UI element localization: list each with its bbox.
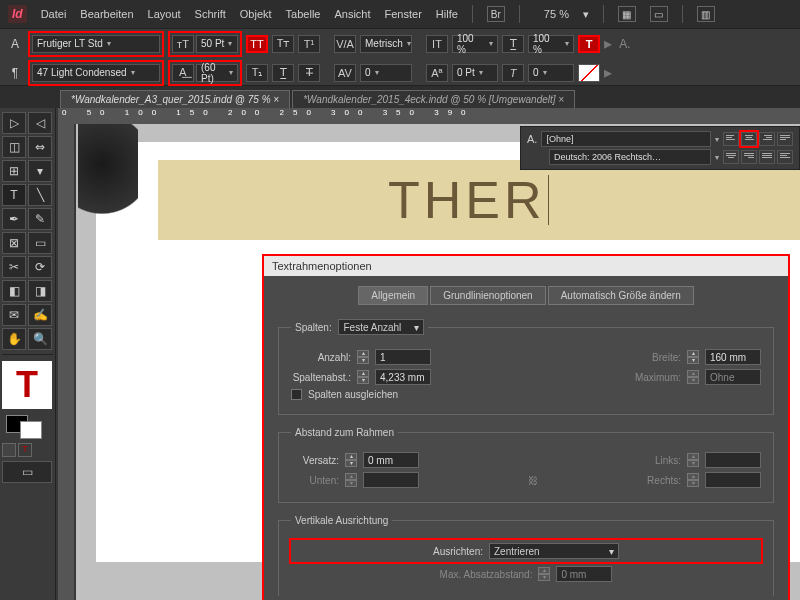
apply-type-icon[interactable]: T	[18, 443, 32, 457]
inset-bottom-label: Unten:	[291, 475, 339, 486]
eyedrop-tool[interactable]: ✍	[28, 304, 52, 326]
font-weight-select[interactable]: 47 Light Condensed	[32, 64, 160, 82]
max-stepper: ▴▾	[687, 370, 699, 384]
count-label: Anzahl:	[291, 352, 351, 363]
dialog-tab-general[interactable]: Allgemein	[358, 286, 428, 305]
doc-tab-1[interactable]: *Wandkalender_A3_quer_2015.indd @ 75 % ×	[60, 90, 290, 108]
baseline[interactable]: 0 Pt	[452, 64, 498, 82]
swatch-preview[interactable]	[2, 415, 52, 439]
type-tool-active-icon[interactable]: T	[578, 35, 600, 53]
text-frame-options-dialog: Textrahmenoptionen Allgemein Grundlinien…	[262, 254, 790, 600]
pen-tool[interactable]: ✒	[2, 208, 26, 230]
inset-top-input[interactable]	[363, 452, 419, 468]
pencil-tool[interactable]: ✎	[28, 208, 52, 230]
gradient-feather-tool[interactable]: ◨	[28, 280, 52, 302]
dropdown-icon[interactable]: ▾	[28, 160, 52, 182]
language-select[interactable]: Deutsch: 2006 Rechtsch…	[549, 149, 711, 165]
frame-tool[interactable]: ⊠	[2, 232, 26, 254]
note-tool[interactable]: ✉	[2, 304, 26, 326]
dialog-tab-autosize[interactable]: Automatisch Größe ändern	[548, 286, 694, 305]
bridge-icon[interactable]: Br	[487, 6, 505, 22]
strikethrough-button[interactable]: T̶	[298, 64, 320, 82]
justify-all-icon[interactable]	[759, 150, 775, 164]
vscale[interactable]: 100 %	[528, 35, 574, 53]
vertical-align-fieldset: Vertikale Ausrichtung Ausrichten: Zentri…	[278, 515, 774, 596]
fill-stroke-preview[interactable]: T	[2, 361, 52, 409]
text-frame[interactable]: THER	[158, 160, 800, 240]
hand-tool[interactable]: ✋	[2, 328, 26, 350]
screen-mode-icon[interactable]: ▭	[650, 6, 668, 22]
menu-edit[interactable]: Bearbeiten	[80, 8, 133, 20]
close-icon[interactable]: ×	[558, 94, 564, 105]
page-tool[interactable]: ◫	[2, 136, 26, 158]
font-size[interactable]: 50 Pt	[196, 35, 238, 53]
leading[interactable]: (60 Pt)	[196, 64, 238, 82]
subscript-button[interactable]: T₁	[246, 64, 268, 82]
width-stepper[interactable]: ▴▾	[687, 350, 699, 364]
gradient-tool[interactable]: ◧	[2, 280, 26, 302]
menu-object[interactable]: Objekt	[240, 8, 272, 20]
align-center-icon[interactable]	[741, 132, 757, 146]
underline-button[interactable]: T̲	[272, 64, 294, 82]
menu-table[interactable]: Tabelle	[286, 8, 321, 20]
justify-last-center-icon[interactable]	[723, 150, 739, 164]
menu-layout[interactable]: Layout	[148, 8, 181, 20]
zoom-tool[interactable]: 🔍	[28, 328, 52, 350]
gutter-stepper[interactable]: ▴▾	[357, 370, 369, 384]
direct-select-tool[interactable]: ◁	[28, 112, 52, 134]
count-stepper[interactable]: ▴▾	[357, 350, 369, 364]
small-caps-button[interactable]: Tᴛ	[272, 35, 294, 53]
count-input[interactable]	[375, 349, 431, 365]
close-icon[interactable]: ×	[273, 94, 279, 105]
line-tool[interactable]: ╲	[28, 184, 52, 206]
char-mode-icon[interactable]: A	[6, 37, 24, 51]
align-select[interactable]: Zentrieren▾	[489, 543, 619, 559]
columns-type-select[interactable]: Feste Anzahl▾	[338, 319, 424, 335]
dialog-tab-baseline[interactable]: Grundlinienoptionen	[430, 286, 546, 305]
menu-help[interactable]: Hilfe	[436, 8, 458, 20]
transform-tool[interactable]: ⟳	[28, 256, 52, 278]
link-icon[interactable]: ⛓	[425, 475, 641, 486]
menu-file[interactable]: Datei	[41, 8, 67, 20]
apply-color-icon[interactable]	[2, 443, 16, 457]
hscale[interactable]: 100 %	[452, 35, 498, 53]
align-left-icon[interactable]	[723, 132, 739, 146]
justify-last-left-icon[interactable]	[777, 132, 793, 146]
content-tool[interactable]: ⊞	[2, 160, 26, 182]
skew[interactable]: 0	[528, 64, 574, 82]
scissors-tool[interactable]: ✂	[2, 256, 26, 278]
inset-top-stepper[interactable]: ▴▾	[345, 453, 357, 467]
para-style-select[interactable]: [Ohne]	[541, 131, 711, 147]
view-options-icon[interactable]: ▦	[618, 6, 636, 22]
all-caps-button[interactable]: TT	[246, 35, 268, 53]
separator	[603, 5, 604, 23]
zoom-level[interactable]: 75 %	[544, 8, 569, 20]
no-fill-icon[interactable]	[578, 64, 600, 82]
selection-tool[interactable]: ▷	[2, 112, 26, 134]
arrange-icon[interactable]: ▥	[697, 6, 715, 22]
doc-tab-2[interactable]: *Wandkalender_2015_4eck.indd @ 50 % [Umg…	[292, 90, 575, 108]
char-style-icon[interactable]: A.	[616, 37, 634, 51]
kerning-select[interactable]: Metrisch	[360, 35, 412, 53]
tracking[interactable]: 0	[360, 64, 412, 82]
para-mode-icon[interactable]: ¶	[6, 66, 24, 80]
inset-left-stepper: ▴▾	[687, 453, 699, 467]
menu-bar: Id Datei Bearbeiten Layout Schrift Objek…	[0, 0, 800, 28]
balance-checkbox[interactable]	[291, 389, 302, 400]
rect-tool[interactable]: ▭	[28, 232, 52, 254]
font-family-select[interactable]: Frutiger LT Std	[32, 35, 160, 53]
type-tool[interactable]: T	[2, 184, 26, 206]
menu-window[interactable]: Fenster	[385, 8, 422, 20]
hscale-icon: IT	[426, 35, 448, 53]
menu-type[interactable]: Schrift	[195, 8, 226, 20]
spine-icon[interactable]	[777, 150, 793, 164]
justify-last-right-icon[interactable]	[741, 150, 757, 164]
width-input[interactable]	[705, 349, 761, 365]
gap-tool[interactable]: ⇔	[28, 136, 52, 158]
inset-left-input	[705, 452, 761, 468]
superscript-button[interactable]: T¹	[298, 35, 320, 53]
align-right-icon[interactable]	[759, 132, 775, 146]
menu-view[interactable]: Ansicht	[334, 8, 370, 20]
view-mode-tool[interactable]: ▭	[2, 461, 52, 483]
gutter-input[interactable]	[375, 369, 431, 385]
